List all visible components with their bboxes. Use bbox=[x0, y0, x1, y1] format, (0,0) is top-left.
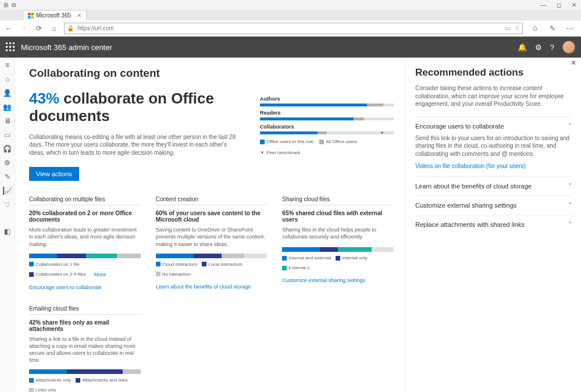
favorite-icon[interactable]: ☆ bbox=[515, 25, 520, 31]
nav-admin-centers-icon[interactable]: ◧ bbox=[3, 227, 12, 236]
legend-item: Collaborated on 2-5 files bbox=[29, 272, 86, 277]
legend-item: Attachments and links bbox=[76, 377, 127, 383]
rec-description: Consider taking these actions to increas… bbox=[415, 84, 572, 108]
view-actions-button[interactable]: View actions bbox=[29, 167, 79, 181]
legend-peer: Peer benchmark bbox=[266, 150, 301, 155]
browser-navbar: ← → ⟳ ⌂ 🔒 https://url.com ▭ ☆ ✩ ✎ ⋯ bbox=[0, 20, 581, 37]
accordion-item: Encourage users to collaborate˄Send this… bbox=[415, 116, 572, 176]
chevron-icon: ˄ bbox=[569, 123, 572, 129]
metric-readers-bar bbox=[260, 117, 394, 120]
refresh-button[interactable]: ⟳ bbox=[34, 24, 44, 33]
tab-close-button[interactable]: ✕ bbox=[77, 12, 81, 19]
nav-billing-icon[interactable]: ▭ bbox=[3, 131, 12, 139]
nav-setup-icon[interactable]: ✎ bbox=[3, 173, 12, 181]
accordion-link[interactable]: Videos on file collaboration (for your u… bbox=[415, 162, 572, 170]
more-link[interactable]: More bbox=[94, 272, 106, 277]
nav-devices-icon[interactable]: 🖥 bbox=[3, 117, 12, 125]
back-button[interactable]: ← bbox=[3, 24, 14, 33]
nav-support-icon[interactable]: 🎧 bbox=[3, 145, 12, 153]
card-legend: Attachments onlyAttachments and linksLin… bbox=[29, 377, 141, 392]
recommended-actions-panel: ✕ Recommended actions Consider taking th… bbox=[405, 58, 581, 392]
tab-title: Microsoft 365 bbox=[36, 12, 71, 19]
accordion-header[interactable]: Replace attachments with shared links˅ bbox=[415, 221, 572, 228]
main-content: Collaborating on content 43% collaborate… bbox=[15, 58, 405, 392]
card-legend: Internal and externalInternal onlyExtern… bbox=[282, 255, 394, 270]
hero-headline: 43% collaborate on Office documents bbox=[29, 90, 237, 125]
close-window-button[interactable]: ✕ bbox=[572, 2, 576, 8]
card-category: Sharing cloud files bbox=[282, 196, 394, 202]
more-button[interactable]: ⋯ bbox=[565, 24, 575, 33]
browser-tab[interactable]: Microsoft 365 ✕ bbox=[24, 10, 87, 20]
svg-rect-8 bbox=[9, 46, 11, 48]
address-bar[interactable]: 🔒 https://url.com ▭ ☆ bbox=[64, 23, 523, 34]
legend-org: Office users in this role bbox=[266, 139, 313, 144]
side-nav: ≡ ⌂ 👤 👥 🖥 ▭ 🎧 ⚙ ✎ 📈 ♡ ◧ bbox=[0, 58, 15, 392]
insight-card: Emailing cloud files 42% share files onl… bbox=[29, 305, 141, 392]
app-title: Microsoft 365 admin center bbox=[21, 43, 112, 52]
legend-item: No interaction bbox=[156, 272, 191, 277]
accordion-header[interactable]: Customize external sharing settings˅ bbox=[415, 202, 572, 209]
card-stacked-bar bbox=[29, 254, 141, 258]
minimize-button[interactable]: — bbox=[540, 2, 546, 8]
maximize-button[interactable]: ◻ bbox=[557, 2, 561, 8]
nav-home-icon[interactable]: ⌂ bbox=[3, 75, 12, 83]
card-category: Collaborating on multiple files bbox=[29, 196, 141, 202]
nav-health-icon[interactable]: ♡ bbox=[3, 201, 12, 209]
page-title: Collaborating on content bbox=[29, 67, 394, 80]
metric-collab-bar: ▼ bbox=[260, 131, 394, 134]
nav-reports-icon[interactable]: 📈 bbox=[3, 187, 11, 195]
svg-rect-12 bbox=[13, 49, 15, 51]
metric-readers-label: Readers bbox=[260, 110, 394, 116]
legend-item: Local interactors bbox=[202, 262, 243, 267]
notes-button[interactable]: ✎ bbox=[547, 24, 558, 33]
account-avatar[interactable] bbox=[562, 41, 575, 54]
window-titlebar: ⊞ ⧉ — ◻ ✕ bbox=[0, 0, 581, 10]
svg-rect-4 bbox=[6, 42, 8, 44]
lock-icon: 🔒 bbox=[67, 25, 74, 31]
accordion-item: Replace attachments with shared links˅ bbox=[415, 215, 572, 234]
svg-rect-5 bbox=[9, 42, 11, 44]
accordion-header[interactable]: Encourage users to collaborate˄ bbox=[415, 123, 572, 130]
nav-users-icon[interactable]: 👤 bbox=[3, 89, 12, 97]
card-stacked-bar bbox=[156, 254, 268, 258]
card-category: Content creation bbox=[156, 196, 268, 202]
card-description: Saving content to OneDrive or SharePoint… bbox=[156, 226, 268, 247]
insight-card: Content creation 60% of your users save … bbox=[156, 196, 268, 290]
hero-percent: 43% bbox=[29, 90, 59, 107]
settings-icon[interactable]: ⚙ bbox=[535, 43, 542, 52]
svg-rect-7 bbox=[6, 46, 8, 48]
ms-favicon-icon bbox=[28, 13, 34, 19]
svg-rect-6 bbox=[13, 42, 15, 44]
forward-button[interactable]: → bbox=[19, 24, 29, 33]
card-description: Sharing files in the cloud helps people … bbox=[282, 226, 394, 241]
hamburger-icon[interactable]: ≡ bbox=[3, 61, 12, 69]
accordion-label: Customize external sharing settings bbox=[415, 202, 516, 209]
nav-settings-icon[interactable]: ⚙ bbox=[3, 159, 12, 167]
close-panel-button[interactable]: ✕ bbox=[571, 59, 576, 67]
tabs-icon: ⧉ bbox=[12, 2, 16, 9]
card-category: Emailing cloud files bbox=[29, 305, 141, 312]
home-button[interactable]: ⌂ bbox=[49, 24, 59, 33]
card-action-link[interactable]: Customize external sharing settings bbox=[282, 277, 365, 283]
metrics-panel: Authors Readers Collaborators ▼ Office u… bbox=[260, 90, 394, 181]
favorites-button[interactable]: ✩ bbox=[530, 24, 540, 33]
peer-icon: ▼ bbox=[260, 150, 265, 155]
nav-groups-icon[interactable]: 👥 bbox=[3, 103, 12, 111]
help-icon[interactable]: ? bbox=[550, 43, 554, 52]
legend-item: Internal only bbox=[336, 255, 368, 261]
card-action-link[interactable]: Encourage users to collaborate bbox=[29, 284, 102, 290]
svg-rect-1 bbox=[31, 13, 34, 16]
card-action-link[interactable]: Learn about the benefits of cloud storag… bbox=[156, 284, 251, 290]
reading-view-icon[interactable]: ▭ bbox=[505, 25, 510, 31]
notifications-icon[interactable]: 🔔 bbox=[518, 43, 527, 52]
accordion-header[interactable]: Learn about the benefits of cloud storag… bbox=[415, 183, 572, 190]
app-icon: ⊞ bbox=[3, 2, 8, 9]
legend-item: Attachments only bbox=[29, 377, 71, 383]
accordion-label: Encourage users to collaborate bbox=[415, 123, 504, 130]
app-launcher-icon[interactable] bbox=[6, 42, 15, 52]
svg-rect-0 bbox=[28, 13, 31, 16]
chevron-icon: ˅ bbox=[569, 221, 572, 227]
card-stacked-bar bbox=[29, 369, 141, 374]
accordion-label: Learn about the benefits of cloud storag… bbox=[415, 183, 532, 190]
card-stacked-bar bbox=[282, 247, 394, 252]
